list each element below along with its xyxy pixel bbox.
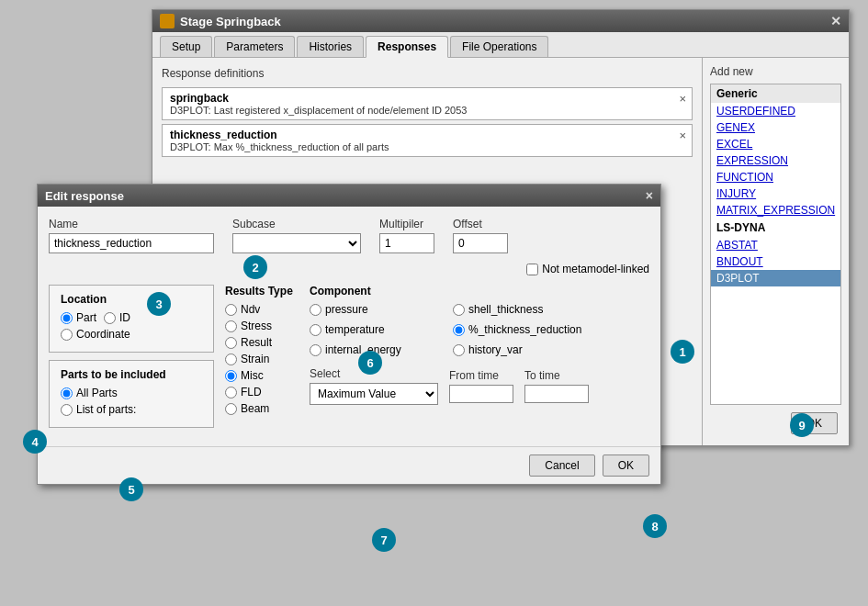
add-new-matrix-expression[interactable]: MATRIX_EXPRESSION <box>711 202 840 219</box>
multiplier-label: Multipiler <box>379 218 434 230</box>
location-coordinate-label[interactable]: Coordinate <box>61 328 130 341</box>
from-time-label: From time <box>449 369 513 382</box>
not-metamodel-label[interactable]: Not metamodel-linked <box>526 263 649 275</box>
main-options: Location Part ID <box>49 285 649 435</box>
tab-responses[interactable]: Responses <box>366 36 448 58</box>
select-row: Select Maximum Value Minimum Value Avera… <box>310 367 589 405</box>
parts-all-label[interactable]: All Parts <box>61 387 118 399</box>
comp-shell-thick-radio[interactable] <box>453 304 465 316</box>
comp-pct-thick-label[interactable]: %_thickness_reduction <box>453 323 581 336</box>
rt-ndv-radio[interactable] <box>225 304 237 316</box>
cancel-button[interactable]: Cancel <box>529 454 594 477</box>
to-time-input[interactable] <box>524 385 589 403</box>
not-metamodel-checkbox[interactable] <box>526 264 538 275</box>
annotation-9: 9 <box>790 413 814 437</box>
add-new-list[interactable]: Generic USERDEFINED GENEX EXCEL EXPRESSI… <box>710 84 841 405</box>
ok-button[interactable]: OK <box>603 454 649 477</box>
add-new-bndout[interactable]: BNDOUT <box>711 253 840 270</box>
rt-strain-label[interactable]: Strain <box>225 353 269 365</box>
comp-history-var-label[interactable]: history_var <box>453 343 523 356</box>
rt-result-row: Result <box>225 336 299 349</box>
multiplier-input[interactable] <box>379 233 434 253</box>
comp-pct-thick-radio[interactable] <box>453 324 465 336</box>
rt-stress-label[interactable]: Stress <box>225 320 272 332</box>
add-new-genex[interactable]: GENEX <box>711 119 840 136</box>
tab-file-operations[interactable]: File Operations <box>450 36 548 57</box>
add-new-abstat[interactable]: ABSTAT <box>711 237 840 253</box>
rt-beam-radio[interactable] <box>225 403 237 415</box>
response-name-springback: springback <box>170 92 684 105</box>
parts-list-text: List of parts: <box>76 403 136 416</box>
comp-internal-energy-label[interactable]: internal_energy <box>310 343 401 356</box>
rt-fld-row: FLD <box>225 386 299 398</box>
name-input[interactable] <box>49 233 214 253</box>
comp-temp-radio[interactable] <box>310 324 321 336</box>
add-new-expression[interactable]: EXPRESSION <box>711 152 840 169</box>
location-part-radio[interactable] <box>61 312 73 324</box>
rt-result-label[interactable]: Result <box>225 336 272 349</box>
comp-temp-text: temperature <box>325 323 385 336</box>
stage-window-close[interactable]: ✕ <box>830 14 841 28</box>
parts-all-radio[interactable] <box>61 387 73 399</box>
rt-strain-row: Strain <box>225 353 299 365</box>
annotation-7: 7 <box>372 528 396 552</box>
rt-strain-radio[interactable] <box>225 354 237 365</box>
location-id-label[interactable]: ID <box>104 311 130 324</box>
from-time-input[interactable] <box>449 385 513 403</box>
rt-stress-radio[interactable] <box>225 320 237 332</box>
comp-history-var-radio[interactable] <box>453 344 465 356</box>
add-new-d3plot[interactable]: D3PLOT <box>711 270 840 286</box>
offset-field-group: Offset <box>453 218 508 253</box>
comp-internal-energy-radio[interactable] <box>310 344 321 356</box>
response-item-springback: springback D3PLOT: Last registered x_dis… <box>162 87 693 120</box>
rt-result-radio[interactable] <box>225 337 237 349</box>
tab-setup[interactable]: Setup <box>160 36 212 57</box>
location-coordinate-radio[interactable] <box>61 329 73 341</box>
rt-misc-label[interactable]: Misc <box>225 369 264 382</box>
not-metamodel-row: Not metamodel-linked <box>49 263 649 275</box>
add-new-userdefined[interactable]: USERDEFINED <box>711 103 840 119</box>
parts-list-row: List of parts: <box>61 403 202 416</box>
comp-shell-thick-row: shell_thickness <box>453 303 589 316</box>
location-id-radio[interactable] <box>104 312 116 324</box>
comp-pressure-row: pressure <box>310 303 445 316</box>
location-coordinate-row: Coordinate <box>61 328 202 341</box>
rt-ndv-row: Ndv <box>225 303 299 316</box>
add-new-generic[interactable]: Generic <box>711 84 840 103</box>
offset-input[interactable] <box>453 233 508 253</box>
add-new-ls-dyna[interactable]: LS-DYNA <box>711 219 840 237</box>
tab-parameters[interactable]: Parameters <box>214 36 295 57</box>
rt-fld-label[interactable]: FLD <box>225 386 262 398</box>
add-new-function[interactable]: FUNCTION <box>711 169 840 185</box>
rt-ndv-label[interactable]: Ndv <box>225 303 260 316</box>
rt-fld-text: FLD <box>241 386 262 398</box>
comp-pct-thick-text: %_thickness_reduction <box>468 323 581 336</box>
location-section: Location Part ID <box>49 285 214 353</box>
add-new-excel[interactable]: EXCEL <box>711 136 840 152</box>
multiplier-field-group: Multipiler <box>379 218 434 253</box>
rt-beam-label[interactable]: Beam <box>225 402 269 415</box>
comp-pressure-radio[interactable] <box>310 304 321 316</box>
annotation-1: 1 <box>671 340 694 364</box>
rt-fld-radio[interactable] <box>225 387 237 398</box>
response-close-thickness[interactable]: × <box>679 129 686 142</box>
parts-list-label[interactable]: List of parts: <box>61 403 136 416</box>
rt-misc-row: Misc <box>225 369 299 382</box>
comp-temp-label[interactable]: temperature <box>310 323 385 336</box>
parts-list-radio[interactable] <box>61 404 73 416</box>
subcase-select[interactable] <box>232 233 361 253</box>
location-part-label[interactable]: Part <box>61 311 96 324</box>
rt-misc-radio[interactable] <box>225 370 237 382</box>
add-new-injury[interactable]: INJURY <box>711 185 840 202</box>
component-title: Component <box>310 285 589 297</box>
comp-temp-row: temperature <box>310 323 445 336</box>
results-type-title: Results Type <box>225 285 299 297</box>
select-dropdown[interactable]: Maximum Value Minimum Value Average Valu… <box>310 383 438 405</box>
comp-pressure-label[interactable]: pressure <box>310 303 368 316</box>
titlebar-left: Stage Springback <box>160 14 281 28</box>
edit-response-close[interactable]: × <box>646 188 653 203</box>
annotation-2: 2 <box>243 255 267 279</box>
comp-shell-thick-label[interactable]: shell_thickness <box>453 303 543 316</box>
response-close-springback[interactable]: × <box>679 92 686 106</box>
tab-histories[interactable]: Histories <box>297 36 364 57</box>
